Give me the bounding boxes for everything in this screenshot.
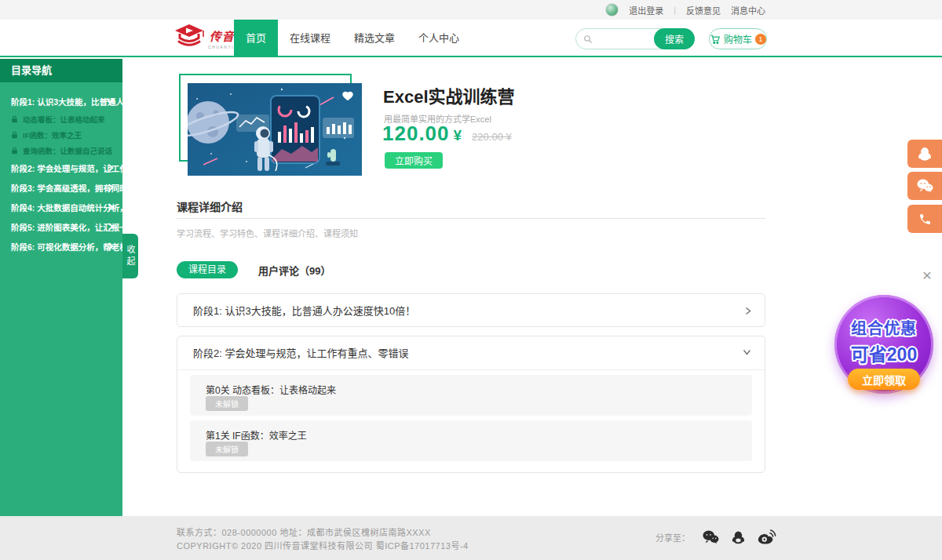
sidebar-stage-6[interactable]: 阶段6: 可视化数据分析，帮老板... <box>0 237 122 256</box>
share-label: 分享至： <box>655 531 690 544</box>
sidebar-lesson-2[interactable]: IF函数：效率之王 <box>0 127 122 143</box>
lesson-card-1[interactable]: 第1关 IF函数：效率之王 未解锁 <box>190 420 752 461</box>
weibo-share-icon[interactable] <box>758 529 776 545</box>
sidebar-lesson-3[interactable]: 查询函数：让数据自己说话 <box>0 143 122 158</box>
chevron-right-icon <box>108 242 114 250</box>
course-title: Excel实战训练营 <box>383 82 515 107</box>
phone-icon <box>918 213 932 226</box>
promo-text-line2: 可省200 <box>851 340 917 366</box>
cart-label: 购物车 <box>724 32 752 45</box>
sidebar-stage-3[interactable]: 阶段3: 学会高级透视，拥有同时... <box>0 178 122 198</box>
accordion-title: 阶段1: 认识3大技能，比普通人办公速度快10倍！ <box>193 305 415 317</box>
lesson-label: 查询函数：让数据自己说话 <box>23 145 112 156</box>
original-price: 220.00 ¥ <box>472 131 512 143</box>
phone-contact-button[interactable] <box>907 205 942 233</box>
stage-label: 阶段2: 学会处理与规范，让工作... <box>11 164 122 173</box>
share-bar: 分享至： <box>655 529 776 545</box>
nav-item-courses[interactable]: 在线课程 <box>278 20 342 57</box>
qq-contact-button[interactable] <box>907 140 942 168</box>
feedback-link[interactable]: 反馈意见 <box>686 4 721 16</box>
lesson-label: IF函数：效率之王 <box>23 129 82 140</box>
tab-user-reviews[interactable]: 用户评论（99） <box>258 263 330 278</box>
header: 传音课堂 CHUANYINKETANG 首页 在线课程 精选文章 个人中心 搜索… <box>0 20 942 57</box>
chevron-right-icon <box>108 203 114 211</box>
catalog-sidebar: 目录导航 阶段1: 认识3大技能，比普通人... 动态看板：让表格动起来 IF函… <box>0 59 122 516</box>
main-content: Excel实战训练营 用最简单实用的方式学Excel 120.00 ¥ 220.… <box>177 59 765 516</box>
nav-item-home[interactable]: 首页 <box>234 20 278 57</box>
sidebar-stage-5[interactable]: 阶段5: 进阶图表美化，让汇报一... <box>0 217 122 237</box>
search-input[interactable] <box>593 34 655 45</box>
sidebar-stage-2[interactable]: 阶段2: 学会处理与规范，让工作... <box>0 158 122 178</box>
page: 退出登录 | 反馈意见 消息中心 传音课堂 CHUANYINKETANG 首页 … <box>0 0 942 560</box>
promo-close-icon[interactable]: × <box>918 267 936 284</box>
topbar-divider: | <box>674 5 676 15</box>
lesson-card-0[interactable]: 第0关 动态看板：让表格动起来 未解锁 <box>190 375 752 416</box>
logout-link[interactable]: 退出登录 <box>629 4 663 16</box>
currency-symbol: ¥ <box>454 127 462 144</box>
locked-badge: 未解锁 <box>206 442 248 456</box>
buy-now-button[interactable]: 立即购买 <box>385 152 443 169</box>
stage-label: 阶段6: 可视化数据分析，帮老板... <box>11 242 122 252</box>
accordion-stage-1: 阶段1: 认识3大技能，比普通人办公速度快10倍！ <box>177 293 765 327</box>
accordion-header[interactable]: 阶段2: 学会处理与规范，让工作有重点、零错误 <box>177 336 765 370</box>
wechat-contact-button[interactable] <box>907 172 942 200</box>
stage-label: 阶段5: 进阶图表美化，让汇报一... <box>11 223 122 232</box>
lesson-title: 第1关 IF函数：效率之王 <box>206 428 307 442</box>
wechat-share-icon[interactable] <box>702 529 719 545</box>
chevron-down-icon <box>106 97 114 104</box>
graduation-cap-icon <box>173 24 205 53</box>
accordion-header[interactable]: 阶段1: 认识3大技能，比普通人办公速度快10倍！ <box>177 294 765 328</box>
detail-summary: 学习流程、学习特色、课程详细介绍、课程须知 <box>177 227 358 239</box>
chevron-down-icon <box>743 349 751 355</box>
sidebar-title: 目录导航 <box>0 59 122 82</box>
lesson-title: 第0关 动态看板：让表格动起来 <box>206 383 336 396</box>
search-box: 搜索 <box>575 28 695 49</box>
stage-label: 阶段3: 学会高级透视，拥有同时... <box>11 184 122 193</box>
main-nav: 首页 在线课程 精选文章 个人中心 <box>234 20 471 57</box>
chevron-right-icon <box>108 184 114 191</box>
lock-icon <box>11 115 18 123</box>
accordion-title: 阶段2: 学会处理与规范，让工作有重点、零错误 <box>193 347 408 359</box>
user-avatar[interactable] <box>605 3 619 16</box>
messages-link[interactable]: 消息中心 <box>731 4 765 16</box>
locked-badge: 未解锁 <box>206 396 248 411</box>
nav-item-articles[interactable]: 精选文章 <box>342 20 407 57</box>
promo-badge: 组合优惠 可省200 立即领取 <box>834 295 933 394</box>
cart-count-badge: 1 <box>755 34 766 45</box>
course-cover-image[interactable] <box>188 83 362 176</box>
promo-text-line1: 组合优惠 <box>851 316 917 339</box>
topbar-links: 退出登录 | 反馈意见 消息中心 <box>605 0 765 20</box>
chevron-right-icon <box>108 223 114 231</box>
sidebar-lesson-1[interactable]: 动态看板：让表格动起来 <box>0 111 122 127</box>
price-row: 120.00 ¥ 220.00 ¥ <box>382 122 512 146</box>
course-price: 120.00 <box>382 122 450 146</box>
qq-share-icon[interactable] <box>731 529 746 545</box>
detail-tabs: 课程目录 用户评论（99） <box>177 261 330 278</box>
sidebar-stage-4[interactable]: 阶段4: 大批数据自动统计分析，... <box>0 198 122 217</box>
chevron-right-icon <box>745 307 751 315</box>
cart-icon <box>710 34 721 45</box>
search-button[interactable]: 搜索 <box>654 28 695 49</box>
tab-course-catalog[interactable]: 课程目录 <box>177 261 238 278</box>
claim-coupon-button[interactable]: 立即领取 <box>848 369 920 390</box>
stage-list: 阶段1: 认识3大技能，比普通人... 动态看板：让表格动起来 IF函数：效率之… <box>0 82 122 256</box>
chevron-right-icon <box>108 164 114 172</box>
detail-section-title: 课程详细介绍 <box>177 198 243 214</box>
lock-icon <box>11 131 18 139</box>
sidebar-stage-1[interactable]: 阶段1: 认识3大技能，比普通人... <box>0 92 122 111</box>
footer-copyright: COPYRIGHT© 2020 四川传音课堂科技有限公司 蜀ICP备170177… <box>177 539 469 551</box>
footer: 联系方式：028-0000000 地址：成都市武侯区槐树店南路XXXX COPY… <box>0 516 942 560</box>
sidebar-collapse-button[interactable]: 收起 <box>122 234 138 278</box>
qq-icon <box>917 146 933 162</box>
nav-item-profile[interactable]: 个人中心 <box>407 20 471 57</box>
lesson-label: 动态看板：让表格动起来 <box>23 114 105 125</box>
stage-label: 阶段4: 大批数据自动统计分析，... <box>11 203 122 213</box>
footer-contact: 联系方式：028-0000000 地址：成都市武侯区槐树店南路XXXX <box>177 525 431 538</box>
section-divider <box>177 218 765 219</box>
lock-icon <box>11 147 18 155</box>
topbar: 退出登录 | 反馈意见 消息中心 <box>0 0 942 20</box>
cart-button[interactable]: 购物车 1 <box>709 28 767 49</box>
wechat-icon <box>916 178 933 194</box>
search-icon <box>583 35 593 44</box>
accordion-stage-2: 阶段2: 学会处理与规范，让工作有重点、零错误 第0关 动态看板：让表格动起来 … <box>177 336 765 473</box>
